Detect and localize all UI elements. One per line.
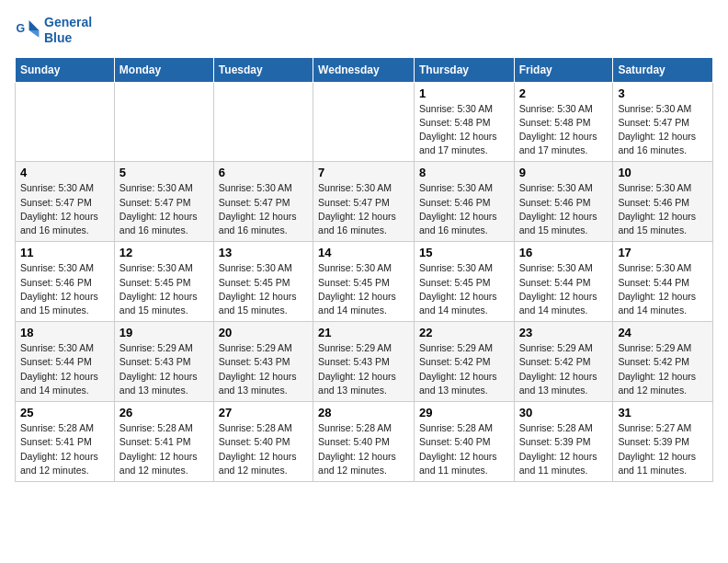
calendar-cell: 16Sunrise: 5:30 AMSunset: 5:44 PMDayligh… bbox=[514, 242, 613, 322]
calendar-cell: 18Sunrise: 5:30 AMSunset: 5:44 PMDayligh… bbox=[16, 322, 115, 402]
day-number: 31 bbox=[618, 406, 708, 419]
day-number: 18 bbox=[20, 326, 109, 339]
week-row-4: 18Sunrise: 5:30 AMSunset: 5:44 PMDayligh… bbox=[16, 322, 713, 402]
day-number: 7 bbox=[318, 166, 409, 179]
calendar-cell: 23Sunrise: 5:29 AMSunset: 5:42 PMDayligh… bbox=[514, 322, 613, 402]
day-info: Sunrise: 5:30 AMSunset: 5:46 PMDaylight:… bbox=[419, 181, 509, 237]
calendar-cell bbox=[16, 82, 115, 162]
day-info: Sunrise: 5:30 AMSunset: 5:48 PMDaylight:… bbox=[419, 102, 509, 158]
day-info: Sunrise: 5:30 AMSunset: 5:47 PMDaylight:… bbox=[219, 181, 308, 237]
day-info: Sunrise: 5:30 AMSunset: 5:44 PMDaylight:… bbox=[618, 261, 708, 317]
day-number: 5 bbox=[119, 166, 209, 179]
calendar-cell bbox=[213, 82, 313, 162]
day-info: Sunrise: 5:29 AMSunset: 5:43 PMDaylight:… bbox=[119, 341, 209, 397]
calendar-cell: 13Sunrise: 5:30 AMSunset: 5:45 PMDayligh… bbox=[213, 242, 313, 322]
day-info: Sunrise: 5:29 AMSunset: 5:42 PMDaylight:… bbox=[618, 341, 708, 397]
day-number: 19 bbox=[119, 326, 209, 339]
svg-text:G: G bbox=[17, 21, 26, 34]
calendar-cell: 26Sunrise: 5:28 AMSunset: 5:41 PMDayligh… bbox=[114, 402, 213, 482]
calendar-cell bbox=[313, 82, 415, 162]
day-info: Sunrise: 5:28 AMSunset: 5:40 PMDaylight:… bbox=[419, 421, 509, 477]
day-info: Sunrise: 5:29 AMSunset: 5:43 PMDaylight:… bbox=[219, 341, 308, 397]
day-number: 17 bbox=[618, 246, 708, 259]
day-info: Sunrise: 5:30 AMSunset: 5:45 PMDaylight:… bbox=[419, 261, 509, 317]
calendar-cell: 10Sunrise: 5:30 AMSunset: 5:46 PMDayligh… bbox=[613, 162, 713, 242]
day-number: 27 bbox=[219, 406, 308, 419]
day-number: 15 bbox=[419, 246, 509, 259]
calendar-cell: 11Sunrise: 5:30 AMSunset: 5:46 PMDayligh… bbox=[16, 242, 115, 322]
calendar-cell: 9Sunrise: 5:30 AMSunset: 5:46 PMDaylight… bbox=[514, 162, 613, 242]
calendar-table: SundayMondayTuesdayWednesdayThursdayFrid… bbox=[15, 57, 713, 482]
col-header-friday: Friday bbox=[514, 57, 613, 82]
week-row-3: 11Sunrise: 5:30 AMSunset: 5:46 PMDayligh… bbox=[16, 242, 713, 322]
calendar-cell: 5Sunrise: 5:30 AMSunset: 5:47 PMDaylight… bbox=[114, 162, 213, 242]
day-info: Sunrise: 5:30 AMSunset: 5:46 PMDaylight:… bbox=[20, 261, 109, 317]
day-number: 28 bbox=[318, 406, 409, 419]
calendar-cell: 27Sunrise: 5:28 AMSunset: 5:40 PMDayligh… bbox=[213, 402, 313, 482]
day-info: Sunrise: 5:27 AMSunset: 5:39 PMDaylight:… bbox=[618, 421, 708, 477]
day-number: 11 bbox=[20, 246, 109, 259]
calendar-cell: 19Sunrise: 5:29 AMSunset: 5:43 PMDayligh… bbox=[114, 322, 213, 402]
day-number: 20 bbox=[219, 326, 308, 339]
day-number: 2 bbox=[519, 86, 609, 100]
logo-text: General Blue bbox=[44, 15, 92, 46]
day-number: 3 bbox=[618, 86, 708, 100]
day-info: Sunrise: 5:30 AMSunset: 5:48 PMDaylight:… bbox=[519, 102, 609, 158]
day-number: 26 bbox=[119, 406, 209, 419]
day-number: 24 bbox=[618, 326, 708, 339]
calendar-cell: 14Sunrise: 5:30 AMSunset: 5:45 PMDayligh… bbox=[313, 242, 415, 322]
day-info: Sunrise: 5:30 AMSunset: 5:47 PMDaylight:… bbox=[20, 181, 109, 237]
calendar-cell: 30Sunrise: 5:28 AMSunset: 5:39 PMDayligh… bbox=[514, 402, 613, 482]
calendar-cell: 20Sunrise: 5:29 AMSunset: 5:43 PMDayligh… bbox=[213, 322, 313, 402]
calendar-cell: 2Sunrise: 5:30 AMSunset: 5:48 PMDaylight… bbox=[514, 82, 613, 162]
day-number: 1 bbox=[419, 86, 509, 100]
calendar-cell: 15Sunrise: 5:30 AMSunset: 5:45 PMDayligh… bbox=[414, 242, 514, 322]
day-info: Sunrise: 5:28 AMSunset: 5:39 PMDaylight:… bbox=[519, 421, 609, 477]
day-number: 22 bbox=[419, 326, 509, 339]
col-header-sunday: Sunday bbox=[16, 57, 115, 82]
calendar-cell: 12Sunrise: 5:30 AMSunset: 5:45 PMDayligh… bbox=[114, 242, 213, 322]
col-header-monday: Monday bbox=[114, 57, 213, 82]
header-row: SundayMondayTuesdayWednesdayThursdayFrid… bbox=[16, 57, 713, 82]
day-info: Sunrise: 5:28 AMSunset: 5:40 PMDaylight:… bbox=[318, 421, 409, 477]
day-number: 21 bbox=[318, 326, 409, 339]
day-number: 8 bbox=[419, 166, 509, 179]
day-number: 4 bbox=[20, 166, 109, 179]
day-info: Sunrise: 5:29 AMSunset: 5:43 PMDaylight:… bbox=[318, 341, 409, 397]
calendar-cell: 31Sunrise: 5:27 AMSunset: 5:39 PMDayligh… bbox=[613, 402, 713, 482]
calendar-cell: 24Sunrise: 5:29 AMSunset: 5:42 PMDayligh… bbox=[613, 322, 713, 402]
day-info: Sunrise: 5:29 AMSunset: 5:42 PMDaylight:… bbox=[419, 341, 509, 397]
col-header-saturday: Saturday bbox=[613, 57, 713, 82]
day-info: Sunrise: 5:30 AMSunset: 5:47 PMDaylight:… bbox=[318, 181, 409, 237]
day-info: Sunrise: 5:28 AMSunset: 5:40 PMDaylight:… bbox=[219, 421, 308, 477]
day-info: Sunrise: 5:30 AMSunset: 5:45 PMDaylight:… bbox=[318, 261, 409, 317]
day-info: Sunrise: 5:30 AMSunset: 5:47 PMDaylight:… bbox=[618, 102, 708, 158]
day-info: Sunrise: 5:28 AMSunset: 5:41 PMDaylight:… bbox=[119, 421, 209, 477]
day-info: Sunrise: 5:30 AMSunset: 5:44 PMDaylight:… bbox=[519, 261, 609, 317]
day-number: 9 bbox=[519, 166, 609, 179]
day-number: 23 bbox=[519, 326, 609, 339]
day-info: Sunrise: 5:30 AMSunset: 5:45 PMDaylight:… bbox=[119, 261, 209, 317]
calendar-cell: 3Sunrise: 5:30 AMSunset: 5:47 PMDaylight… bbox=[613, 82, 713, 162]
calendar-cell: 17Sunrise: 5:30 AMSunset: 5:44 PMDayligh… bbox=[613, 242, 713, 322]
calendar-cell: 21Sunrise: 5:29 AMSunset: 5:43 PMDayligh… bbox=[313, 322, 415, 402]
week-row-5: 25Sunrise: 5:28 AMSunset: 5:41 PMDayligh… bbox=[16, 402, 713, 482]
day-number: 25 bbox=[20, 406, 109, 419]
day-number: 10 bbox=[618, 166, 708, 179]
day-number: 29 bbox=[419, 406, 509, 419]
calendar-cell: 22Sunrise: 5:29 AMSunset: 5:42 PMDayligh… bbox=[414, 322, 514, 402]
day-number: 16 bbox=[519, 246, 609, 259]
day-info: Sunrise: 5:30 AMSunset: 5:45 PMDaylight:… bbox=[219, 261, 308, 317]
calendar-cell: 4Sunrise: 5:30 AMSunset: 5:47 PMDaylight… bbox=[16, 162, 115, 242]
logo: G General Blue bbox=[15, 15, 92, 46]
week-row-1: 1Sunrise: 5:30 AMSunset: 5:48 PMDaylight… bbox=[16, 82, 713, 162]
day-number: 14 bbox=[318, 246, 409, 259]
day-number: 12 bbox=[119, 246, 209, 259]
calendar-cell: 25Sunrise: 5:28 AMSunset: 5:41 PMDayligh… bbox=[16, 402, 115, 482]
col-header-wednesday: Wednesday bbox=[313, 57, 415, 82]
col-header-tuesday: Tuesday bbox=[213, 57, 313, 82]
day-info: Sunrise: 5:29 AMSunset: 5:42 PMDaylight:… bbox=[519, 341, 609, 397]
calendar-cell: 29Sunrise: 5:28 AMSunset: 5:40 PMDayligh… bbox=[414, 402, 514, 482]
day-info: Sunrise: 5:30 AMSunset: 5:46 PMDaylight:… bbox=[618, 181, 708, 237]
day-info: Sunrise: 5:30 AMSunset: 5:44 PMDaylight:… bbox=[20, 341, 109, 397]
